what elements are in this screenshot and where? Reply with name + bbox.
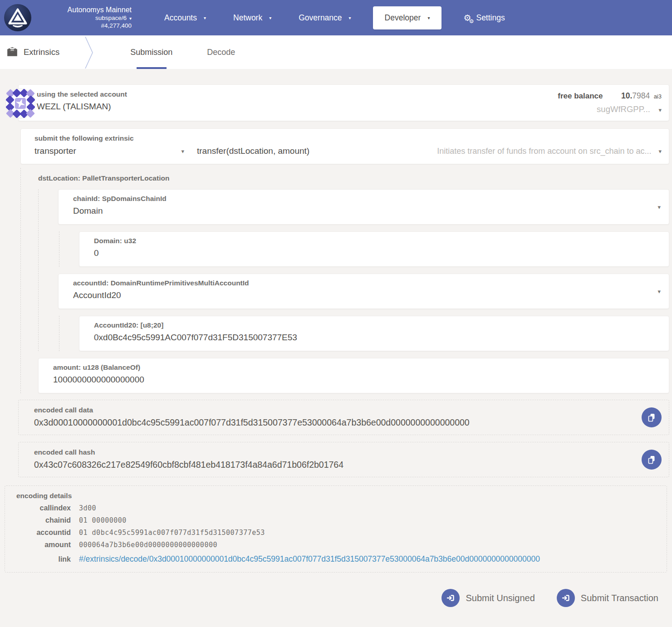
menu-governance-label: Governance <box>299 13 342 23</box>
pallet-select[interactable]: transporter ▾ <box>34 146 184 156</box>
encoded-call-data-section: encoded call data 0x3d00010000000001d0bc… <box>18 400 669 435</box>
accountid-label: accountId: DomainRuntimePrimitivesMultiA… <box>73 279 642 287</box>
runtime-version: subspace/6 <box>95 15 127 21</box>
menu-settings[interactable]: ⚙⚙ Settings <box>450 13 518 23</box>
tab-submission-label: Submission <box>130 48 172 57</box>
chainid-value: Domain <box>73 206 642 216</box>
tab-decode[interactable]: Decode <box>205 35 237 69</box>
selected-account-name: WEZL (TALISMAN) <box>37 102 127 112</box>
copy-call-data-button[interactable] <box>642 407 662 427</box>
amount-input[interactable]: amount: u128 (BalanceOf) 100000000000000… <box>38 358 669 393</box>
params-tree: dstLocation: PalletTransporterLocation c… <box>20 168 669 393</box>
chevron-down-icon: ▾ <box>657 204 661 211</box>
gear-icon: ⚙⚙ <box>463 14 471 22</box>
menu-accounts-label: Accounts <box>164 13 197 23</box>
chevron-down-icon: ▾ <box>658 148 662 155</box>
chevron-down-icon: ▾ <box>181 148 184 155</box>
encoding-row-amount: amount 000064a7b3b6e00d0000000000000000 <box>16 541 657 549</box>
encoding-row-label: chainid <box>16 516 71 524</box>
app-logo[interactable] <box>4 4 32 32</box>
accountid-value: AccountId20 <box>73 290 642 300</box>
domain-u32-value: 0 <box>94 248 642 258</box>
submit-transaction-button[interactable]: Submit Transaction <box>557 589 658 607</box>
chainid-select[interactable]: chainId: SpDomainsChainId Domain ▾ <box>58 189 669 225</box>
chevron-down-icon: ▾ <box>204 15 206 20</box>
menu-developer[interactable]: Developer ▾ <box>373 6 442 29</box>
encoding-row-chainid: chainid 01 00000000 <box>16 516 657 524</box>
chevron-down-icon: ▾ <box>349 15 351 20</box>
identicon-image <box>6 89 35 118</box>
account-dropdown-toggle[interactable]: sugWfRGPP... ▾ <box>558 103 662 116</box>
encoding-row-label: accountid <box>16 529 71 537</box>
free-balance-fraction: 7984 <box>632 91 650 100</box>
menu-accounts[interactable]: Accounts ▾ <box>151 13 220 23</box>
encoded-call-hash-section: encoded call hash 0x43c07c608326c217e825… <box>18 442 669 477</box>
param-dstlocation-label: dstLocation: PalletTransporterLocation <box>38 172 669 182</box>
accountid20-value: 0xd0Bc4c95c5991AC007f077d31F5D315007377E… <box>94 333 642 343</box>
tab-decode-label: Decode <box>207 48 235 57</box>
copy-icon <box>647 455 656 464</box>
encoding-row-value: 01 00000000 <box>79 516 127 524</box>
domain-u32-label: Domain: u32 <box>94 237 642 245</box>
chain-selector[interactable]: Autonomys Mainnet subspace/6▾ #4,277,400 <box>37 5 132 30</box>
encoding-row-accountid: accountid 01 d0bc4c95c5991ac007f077d31f5… <box>16 529 657 537</box>
encoding-details-title: encoding details <box>16 492 657 500</box>
encoding-row-value: 000064a7b3b6e00d0000000000000000 <box>79 541 217 549</box>
breadcrumb-chevron-icon <box>84 37 94 69</box>
method-description: Initiates transfer of funds from account… <box>309 147 651 156</box>
actions-bar: Submit Unsigned Submit Transaction <box>0 589 658 607</box>
menu-network-label: Network <box>233 13 262 23</box>
encoded-call-hash-value: 0x43c07c608326c217e82549f60cbf8cbf481eb4… <box>34 460 633 470</box>
encoding-details-section: encoding details callindex 3d00 chainid … <box>5 485 667 573</box>
menu-settings-label: Settings <box>476 13 505 23</box>
block-number: #4,277,400 <box>37 22 132 30</box>
menu-governance[interactable]: Governance ▾ <box>285 13 364 23</box>
submit-unsigned-button[interactable]: Submit Unsigned <box>441 589 535 607</box>
free-balance-label: free balance <box>558 92 603 100</box>
page-header: Extrinsics Submission Decode <box>0 35 672 69</box>
accountid20-input[interactable]: AccountId20: [u8;20] 0xd0Bc4c95c5991AC00… <box>79 316 669 351</box>
dstlocation-children: chainId: SpDomainsChainId Domain ▾ Domai… <box>38 189 669 351</box>
encoded-call-hash-label: encoded call hash <box>34 448 633 456</box>
page-title: Extrinsics <box>24 47 59 57</box>
account-identicon <box>6 89 35 118</box>
encoded-call-data-value: 0x3d00010000000001d0bc4c95c5991ac007f077… <box>34 417 633 428</box>
decode-link[interactable]: #/extrinsics/decode/0x3d00010000000001d0… <box>79 554 540 564</box>
copy-call-hash-button[interactable] <box>642 450 662 470</box>
account-select-card[interactable]: using the selected account WEZL (TALISMA… <box>18 84 669 121</box>
free-balance-unit: ai3 <box>654 93 662 100</box>
account-select-label: using the selected account <box>37 90 127 98</box>
chevron-down-icon: ▾ <box>657 288 661 295</box>
sign-in-icon <box>441 589 460 607</box>
encoded-call-data-label: encoded call data <box>34 406 633 414</box>
menu-network[interactable]: Network ▾ <box>220 13 285 23</box>
chainid-children: Domain: u32 0 <box>59 231 669 267</box>
encoding-row-value: 01 d0bc4c95c5991ac007f077d31f5d315007377… <box>79 529 265 537</box>
account-address-short: sugWfRGPP... <box>597 104 650 114</box>
encoding-row-value: 3d00 <box>79 504 96 512</box>
chevron-down-icon: ▾ <box>427 15 430 20</box>
encoding-row-link: link #/extrinsics/decode/0x3d00010000000… <box>16 554 657 564</box>
main-content: using the selected account WEZL (TALISMA… <box>0 69 672 607</box>
encoding-link-label: link <box>16 555 71 563</box>
method-select-value: transfer(dstLocation, amount) <box>197 146 309 156</box>
main-menu: Accounts ▾ Network ▾ Governance ▾ Develo… <box>151 6 519 29</box>
chevron-down-icon: ▾ <box>658 107 662 113</box>
method-select[interactable]: transfer(dstLocation, amount) Initiates … <box>197 146 662 156</box>
chainid-label: chainId: SpDomainsChainId <box>73 195 642 203</box>
tab-submission[interactable]: Submission <box>128 35 174 69</box>
encoding-row-callindex: callindex 3d00 <box>16 504 657 512</box>
accountid20-label: AccountId20: [u8;20] <box>94 321 642 329</box>
domain-u32-input[interactable]: Domain: u32 0 <box>79 231 669 267</box>
pallet-select-value: transporter <box>34 146 76 156</box>
free-balance: free balance 10.7984 ai3 <box>558 90 662 102</box>
chevron-down-icon: ▾ <box>269 15 271 20</box>
submit-transaction-label: Submit Transaction <box>581 593 658 603</box>
copy-icon <box>647 413 656 422</box>
encoding-row-label: callindex <box>16 504 71 512</box>
extrinsic-select-card: submit the following extrinsic transport… <box>20 128 669 164</box>
chevron-down-icon: ▾ <box>129 16 132 21</box>
free-balance-integer: 10. <box>621 91 632 100</box>
accountid-select[interactable]: accountId: DomainRuntimePrimitivesMultiA… <box>58 274 669 309</box>
extrinsics-envelope-icon <box>6 46 18 58</box>
